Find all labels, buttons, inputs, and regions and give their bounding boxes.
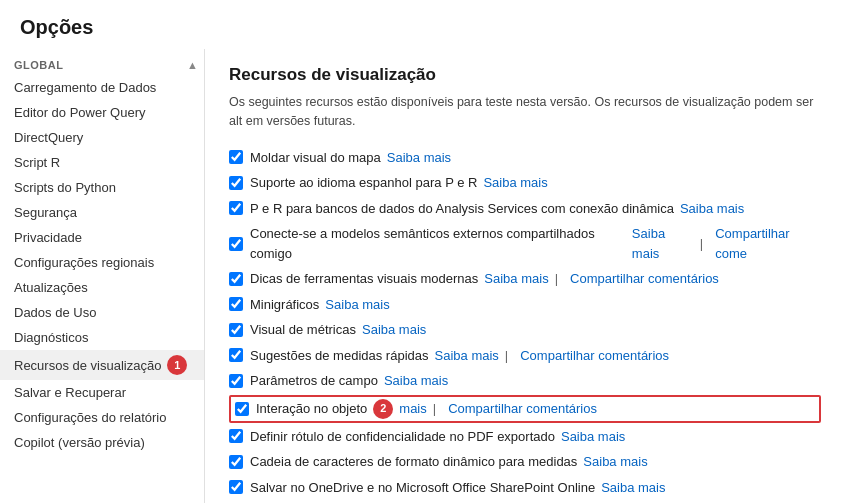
- feature-text-3: Conecte-se a modelos semânticos externos…: [250, 224, 626, 263]
- feature-link-7-0[interactable]: Saiba mais: [435, 346, 499, 366]
- sidebar-item-13[interactable]: Configurações do relatório: [0, 405, 204, 430]
- sidebar: GLOBAL ▲ Carregamento de DadosEditor do …: [0, 49, 205, 503]
- feature-text-0: Moldar visual do mapa: [250, 148, 381, 168]
- sidebar-item-5[interactable]: Segurança: [0, 200, 204, 225]
- feature-text-1: Suporte ao idioma espanhol para P e R: [250, 173, 477, 193]
- feature-text-5: Minigráficos: [250, 295, 319, 315]
- feature-text-6: Visual de métricas: [250, 320, 356, 340]
- sidebar-item-9[interactable]: Dados de Uso: [0, 300, 204, 325]
- page-title: Opções: [0, 0, 845, 49]
- feature-checkbox-3[interactable]: [229, 237, 243, 251]
- feature-text-7: Sugestões de medidas rápidas: [250, 346, 429, 366]
- feature-link-9-1[interactable]: Compartilhar comentários: [448, 399, 597, 419]
- sidebar-item-11[interactable]: Recursos de visualização1: [0, 350, 204, 380]
- feature-checkbox-8[interactable]: [229, 374, 243, 388]
- sidebar-item-4[interactable]: Scripts do Python: [0, 175, 204, 200]
- sidebar-item-label-11: Recursos de visualização: [14, 358, 161, 373]
- sidebar-item-7[interactable]: Configurações regionais: [0, 250, 204, 275]
- feature-link-7-1[interactable]: Compartilhar comentários: [520, 346, 669, 366]
- feature-link-1-0[interactable]: Saiba mais: [483, 173, 547, 193]
- feature-link-9-0[interactable]: mais: [399, 399, 426, 419]
- feature-row-2: P e R para bancos de dados do Analysis S…: [229, 196, 821, 222]
- feature-text-10: Definir rótulo de confidencialidade no P…: [250, 427, 555, 447]
- feature-checkbox-0[interactable]: [229, 150, 243, 164]
- content-area: Recursos de visualização Os seguintes re…: [205, 49, 845, 503]
- sidebar-item-6[interactable]: Privacidade: [0, 225, 204, 250]
- feature-checkbox-5[interactable]: [229, 297, 243, 311]
- feature-row-8: Parâmetros de campoSaiba mais: [229, 368, 821, 394]
- feature-checkbox-11[interactable]: [229, 455, 243, 469]
- feature-row-5: MinigráficosSaiba mais: [229, 292, 821, 318]
- feature-link-0-0[interactable]: Saiba mais: [387, 148, 451, 168]
- feature-row-4: Dicas de ferramentas visuais modernasSai…: [229, 266, 821, 292]
- feature-text-12: Salvar no OneDrive e no Microsoft Office…: [250, 478, 595, 498]
- feature-row-0: Moldar visual do mapaSaiba mais: [229, 145, 821, 171]
- sidebar-section-label: GLOBAL: [0, 53, 77, 75]
- feature-text-4: Dicas de ferramentas visuais modernas: [250, 269, 478, 289]
- separator-4-1: |: [555, 269, 558, 289]
- feature-checkbox-7[interactable]: [229, 348, 243, 362]
- sidebar-item-3[interactable]: Script R: [0, 150, 204, 175]
- separator-3-1: |: [700, 234, 703, 254]
- feature-checkbox-9[interactable]: [235, 402, 249, 416]
- feature-link-4-0[interactable]: Saiba mais: [484, 269, 548, 289]
- feature-link-12-0[interactable]: Saiba mais: [601, 478, 665, 498]
- feature-link-3-0[interactable]: Saiba mais: [632, 224, 694, 263]
- feature-link-11-0[interactable]: Saiba mais: [583, 452, 647, 472]
- feature-row-12: Salvar no OneDrive e no Microsoft Office…: [229, 475, 821, 501]
- feature-checkbox-10[interactable]: [229, 429, 243, 443]
- feature-link-3-1[interactable]: Compartilhar come: [715, 224, 821, 263]
- content-description: Os seguintes recursos estão disponíveis …: [229, 93, 821, 131]
- content-title: Recursos de visualização: [229, 65, 821, 85]
- feature-text-8: Parâmetros de campo: [250, 371, 378, 391]
- feature-link-4-1[interactable]: Compartilhar comentários: [570, 269, 719, 289]
- sidebar-item-1[interactable]: Editor do Power Query: [0, 100, 204, 125]
- feature-row-1: Suporte ao idioma espanhol para P e RSai…: [229, 170, 821, 196]
- feature-link-5-0[interactable]: Saiba mais: [325, 295, 389, 315]
- badge-2: 2: [373, 399, 393, 419]
- separator-9-1: |: [433, 399, 436, 419]
- feature-row-10: Definir rótulo de confidencialidade no P…: [229, 424, 821, 450]
- feature-checkbox-6[interactable]: [229, 323, 243, 337]
- sidebar-item-14[interactable]: Copilot (versão prévia): [0, 430, 204, 455]
- feature-text-11: Cadeia de caracteres de formato dinâmico…: [250, 452, 577, 472]
- feature-link-10-0[interactable]: Saiba mais: [561, 427, 625, 447]
- feature-row-7: Sugestões de medidas rápidasSaiba mais|C…: [229, 343, 821, 369]
- badge-1: 1: [167, 355, 187, 375]
- feature-checkbox-2[interactable]: [229, 201, 243, 215]
- feature-link-6-0[interactable]: Saiba mais: [362, 320, 426, 340]
- feature-row-highlighted-9: Interação no objeto2mais|Compartilhar co…: [229, 395, 821, 423]
- feature-checkbox-1[interactable]: [229, 176, 243, 190]
- feature-text-2: P e R para bancos de dados do Analysis S…: [250, 199, 674, 219]
- scroll-up-icon: ▲: [187, 59, 198, 71]
- sidebar-item-2[interactable]: DirectQuery: [0, 125, 204, 150]
- feature-checkbox-4[interactable]: [229, 272, 243, 286]
- sidebar-item-8[interactable]: Atualizações: [0, 275, 204, 300]
- separator-7-1: |: [505, 346, 508, 366]
- sidebar-item-12[interactable]: Salvar e Recuperar: [0, 380, 204, 405]
- sidebar-item-10[interactable]: Diagnósticos: [0, 325, 204, 350]
- feature-link-8-0[interactable]: Saiba mais: [384, 371, 448, 391]
- sidebar-item-0[interactable]: Carregamento de Dados: [0, 75, 204, 100]
- feature-row-6: Visual de métricasSaiba mais: [229, 317, 821, 343]
- feature-row-11: Cadeia de caracteres de formato dinâmico…: [229, 449, 821, 475]
- feature-row-3: Conecte-se a modelos semânticos externos…: [229, 221, 821, 266]
- feature-checkbox-12[interactable]: [229, 480, 243, 494]
- feature-text-9: Interação no objeto: [256, 399, 367, 419]
- feature-link-2-0[interactable]: Saiba mais: [680, 199, 744, 219]
